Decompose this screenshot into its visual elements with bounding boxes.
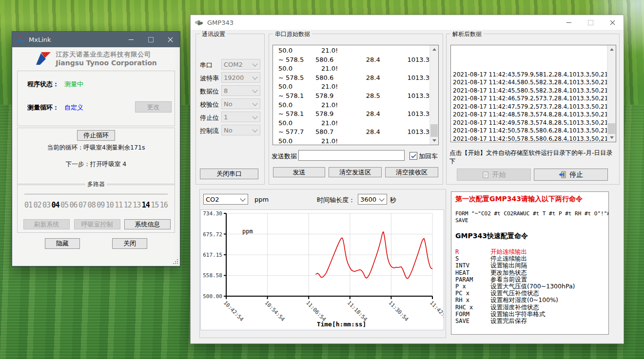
raw-data-row: 50.0 21.0! <box>273 82 429 92</box>
multiplexer-channel[interactable]: 13 <box>133 201 140 209</box>
parsed-data-groupbox: 解析后数据 2021-08-17 11:42:43,579.9,581.2,28… <box>446 34 620 185</box>
multiplexer-button[interactable]: 系统信息 <box>124 219 171 229</box>
maximize-button[interactable] <box>141 32 160 47</box>
append-cr-checkbox[interactable] <box>410 152 417 160</box>
resize-grip[interactable] <box>173 259 178 265</box>
svg-text:675.72: 675.72 <box>203 231 222 238</box>
multiplexer-channel[interactable]: 16 <box>160 201 168 209</box>
comm-field-row: 串口 COM2 <box>200 59 260 70</box>
comm-field-row: 停止位 1 <box>200 112 260 122</box>
multiplexer-channel[interactable]: 06 <box>70 201 78 209</box>
svg-text:11:42:54: 11:42:54 <box>429 300 444 322</box>
multiplexer-channel[interactable]: 10 <box>106 201 114 209</box>
time-axis-label: 时间轴长度： <box>317 196 355 205</box>
raw-data-listbox[interactable]: 50.0 21.0! ~ 578.5 580.6 28.4 1013.3 50.… <box>273 45 439 145</box>
comm-field-label: 校验位 <box>200 100 219 109</box>
multiplexer-title: 多路器 <box>85 180 107 189</box>
comm-field-combo: COM2 <box>221 59 260 70</box>
mxlink-app-icon <box>17 36 25 43</box>
command-list: R 开始连续输出 S 停止连续输出 INTV 设置输出间隔 HEAT 更改加热状… <box>455 248 605 324</box>
quick-config-title: GMP343快速配置命令 <box>455 232 605 241</box>
serial-action-button[interactable]: 清空接收区 <box>385 167 438 177</box>
multiplexer-channel[interactable]: 01 <box>24 201 32 209</box>
raw-data-row: 50.0 21.0! <box>273 119 429 128</box>
multiplexer-channel[interactable]: 02 <box>34 201 41 209</box>
footer-button[interactable]: 关闭 <box>112 238 147 249</box>
serial-action-button[interactable]: 清空发送区 <box>329 167 382 177</box>
mxlink-window-title: MxLink <box>29 36 51 43</box>
multiplexer-channel[interactable]: 12 <box>124 201 132 209</box>
command-item: HEAT 更改加热状态 <box>455 269 605 276</box>
parsed-data-line: 2021-08-17 11:42:50,578.5,580.6,28.4,101… <box>453 127 607 135</box>
command-item: FORM 设置输出字符串格式 <box>455 311 605 318</box>
svg-text:11:18:54: 11:18:54 <box>346 300 369 322</box>
notepad-icon <box>482 171 489 178</box>
comm-field-label: 数据位 <box>200 87 219 96</box>
scrollbar-thumb[interactable] <box>430 124 438 137</box>
multiplexer-button[interactable]: 呼吸室控制 <box>74 219 120 229</box>
comm-settings-title: 通讯设置 <box>200 30 227 38</box>
multiplexer-channel[interactable]: 14 <box>142 201 150 209</box>
multiplexer-channel[interactable]: 11 <box>115 201 122 209</box>
stop-cycle-button[interactable]: 停止循环 <box>77 130 115 141</box>
comm-field-row: 控制流 No <box>200 125 260 135</box>
multiplexer-channel[interactable]: 03 <box>42 201 50 209</box>
multiplexer-channel[interactable]: 15 <box>151 201 158 209</box>
parsed-data-line: 2021-08-17 11:42:49,578.3,574.8,28.5,101… <box>453 119 607 127</box>
parsed-data-title: 解析后数据 <box>450 30 484 38</box>
next-step-text: 下一步：打开呼吸室 4 <box>18 160 175 169</box>
maximize-button[interactable] <box>580 15 602 30</box>
svg-text:617.15: 617.15 <box>203 252 222 258</box>
comm-field-combo: 19200 <box>221 72 260 83</box>
parsed-data-listbox[interactable]: 2021-08-17 11:42:43,579.9,581.2,28.4,101… <box>450 45 616 142</box>
measure-cycle-label: 测量循环： <box>27 103 59 112</box>
comm-field-row: 波特率 19200 <box>200 72 260 83</box>
time-axis-combo[interactable]: 3600 <box>358 194 387 205</box>
chevron-down-icon <box>252 87 257 93</box>
raw-data-scrollbar[interactable] <box>429 45 438 145</box>
minimize-button[interactable] <box>558 15 580 30</box>
company-name-en: Jiangsu Tynoo Corporation <box>56 59 157 67</box>
gas-select-combo[interactable]: CO2 <box>203 194 248 205</box>
close-serial-button[interactable]: 关闭串口 <box>200 169 258 179</box>
gmp343-titlebar: GMP343 <box>191 15 624 30</box>
multiplexer-channel[interactable]: 07 <box>78 201 86 209</box>
multiplexer-channel[interactable]: 04 <box>52 201 59 209</box>
stop-logging-button[interactable]: 停止 <box>534 169 608 181</box>
close-button[interactable] <box>602 15 624 30</box>
mxlink-footer-buttons: 隐藏关闭 <box>12 238 180 249</box>
multiplexer-channel[interactable]: 05 <box>60 201 68 209</box>
svg-text:11:30:54: 11:30:54 <box>387 300 410 322</box>
command-item: PARAM 参看当前设置 <box>455 276 605 283</box>
gmp343-window-title: GMP343 <box>207 19 234 26</box>
svg-text:500.00: 500.00 <box>203 293 222 300</box>
chevron-down-icon <box>252 74 257 79</box>
scroll-up-icon[interactable] <box>607 45 616 54</box>
send-data-input[interactable] <box>298 150 405 161</box>
multiplexer-channel[interactable]: 08 <box>88 201 96 209</box>
footer-button[interactable]: 隐藏 <box>45 238 80 249</box>
parsed-data-line: 2021-08-17 11:42:45,580.5,582.3,28.4,101… <box>453 87 607 95</box>
raw-data-row: ~ 578.5 580.6 28.4 1013.3 <box>273 74 429 83</box>
parsed-data-line: 2021-08-17 11:42:44,580.5,582.3,28.4,101… <box>453 78 607 87</box>
serial-action-button[interactable]: 发送 <box>273 167 325 177</box>
chevron-down-icon <box>252 113 257 119</box>
close-button[interactable] <box>160 32 180 47</box>
minimize-button[interactable] <box>121 32 141 47</box>
parsed-data-scrollbar[interactable] <box>607 45 616 142</box>
scroll-down-icon[interactable] <box>607 133 616 142</box>
multiplexer-channel[interactable]: 09 <box>97 201 104 209</box>
raw-data-title: 串口原始数据 <box>273 30 312 38</box>
scrollbar-thumb[interactable] <box>608 123 615 134</box>
comm-field-combo: No <box>221 125 260 135</box>
mxlink-window: MxLink 江苏天诺基业生态科技有限公司 Jiangsu Tynoo Corp… <box>12 31 180 266</box>
scroll-up-icon[interactable] <box>430 45 438 54</box>
change-button: 更改 <box>135 101 172 113</box>
scroll-down-icon[interactable] <box>430 136 438 145</box>
command-item: RH x 设置相对湿度(0~100%) <box>455 297 605 303</box>
gmp343-window: GMP343 通讯设置 串口 COM2 波特率 19200 <box>190 15 624 344</box>
multiplexer-button[interactable]: 刷新系统 <box>23 219 70 229</box>
comm-field-row: 数据位 8 <box>200 85 260 96</box>
parsed-data-line: 2021-08-17 11:42:48,578.3,574.8,28.4,101… <box>453 111 607 119</box>
svg-text:734.30: 734.30 <box>203 210 222 217</box>
